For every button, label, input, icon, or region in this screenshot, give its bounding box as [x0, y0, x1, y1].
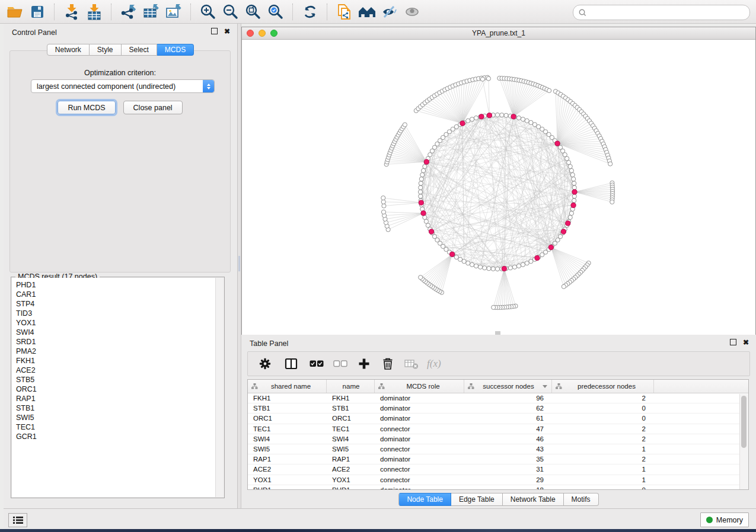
close-table-panel-icon[interactable]: ✖ — [743, 339, 749, 345]
tab-select[interactable]: Select — [122, 44, 157, 56]
tab-network-table[interactable]: Network Table — [503, 493, 564, 506]
cell-name: TEC1 — [327, 424, 375, 434]
tab-network[interactable]: Network — [47, 44, 90, 56]
optimization-criterion-label: Optimization criterion: — [10, 69, 230, 77]
toolbar-separator — [327, 4, 328, 20]
table-row[interactable]: FKH1FKH1dominator962 — [248, 393, 748, 403]
table-scrollbar-thumb[interactable] — [741, 396, 747, 448]
network-canvas[interactable] — [242, 40, 755, 335]
table-row[interactable]: SWI4SWI4dominator462 — [248, 434, 748, 444]
mcds-result-item[interactable]: STB1 — [12, 403, 224, 413]
cell-name: ORC1 — [327, 414, 375, 423]
mcds-result-item[interactable]: CAR1 — [12, 290, 224, 299]
mcds-result-item[interactable]: ORC1 — [12, 384, 224, 394]
cell-shared-name: SWI5 — [248, 444, 327, 454]
table-row[interactable]: SWI5SWI5connector431 — [248, 444, 748, 454]
minimize-window-icon[interactable] — [259, 30, 266, 37]
run-mcds-button[interactable]: Run MCDS — [58, 101, 115, 114]
mcds-result-item[interactable]: PMA2 — [12, 347, 224, 356]
close-panel-icon[interactable]: ✖ — [224, 28, 230, 34]
table-row[interactable]: PHD1PHD1dominator180 — [248, 485, 748, 490]
column-header-shared-name[interactable]: shared name — [248, 380, 327, 393]
mcds-result-item[interactable]: GCR1 — [12, 432, 224, 441]
optimization-criterion-select[interactable]: largest connected component (undirected) — [31, 79, 215, 93]
save-session-icon[interactable] — [26, 2, 49, 22]
new-network-from-selection-icon[interactable] — [333, 2, 356, 22]
mcds-result-item[interactable]: PHD1 — [12, 280, 224, 290]
table-row[interactable]: YOX1YOX1connector291 — [248, 475, 748, 485]
cell-name: FKH1 — [327, 393, 375, 403]
mcds-result-item[interactable]: SWI4 — [12, 328, 224, 337]
mcds-result-item[interactable]: TID3 — [12, 309, 224, 318]
delete-table-icon[interactable] — [404, 355, 419, 373]
table-scrollbar[interactable] — [739, 394, 748, 489]
tab-motifs[interactable]: Motifs — [564, 493, 599, 506]
network-graph[interactable] — [242, 40, 755, 335]
mcds-result-item[interactable]: STP4 — [12, 299, 224, 309]
mcds-list-scrollbar[interactable] — [215, 278, 224, 497]
cell-MCDS-role: dominator — [375, 393, 464, 403]
open-session-icon[interactable] — [4, 2, 26, 22]
table-row[interactable]: STB1STB1dominator620 — [248, 403, 748, 414]
column-header-predecessor-nodes[interactable]: predecessor nodes — [552, 380, 654, 393]
cell-predecessor-nodes: 2 — [552, 424, 654, 434]
splitter-grip[interactable] — [238, 256, 240, 271]
cell-shared-name: TEC1 — [248, 424, 327, 434]
tab-node-table[interactable]: Node Table — [398, 493, 451, 506]
close-panel-button[interactable]: Close panel — [123, 101, 183, 114]
network-window-titlebar[interactable]: YPA_prune.txt_1 — [242, 27, 755, 40]
zoom-in-icon[interactable] — [197, 2, 219, 22]
zoom-selected-icon[interactable] — [264, 2, 287, 22]
table-row[interactable]: ORC1ORC1dominator610 — [248, 414, 748, 424]
table-row[interactable]: RAP1RAP1dominator352 — [248, 454, 748, 464]
tab-mcds[interactable]: MCDS — [157, 44, 194, 56]
mcds-result-item[interactable]: RAP1 — [12, 394, 224, 403]
zoom-out-icon[interactable] — [219, 2, 242, 22]
mcds-result-item[interactable]: SWI5 — [12, 413, 224, 422]
table-row[interactable]: TEC1TEC1connector472 — [248, 424, 748, 434]
control-panel: Control Panel ✖ NetworkStyleSelectMCDS O… — [4, 24, 238, 508]
select-all-icon[interactable] — [310, 355, 324, 373]
refresh-icon[interactable] — [299, 2, 321, 22]
table-panel-tabs: Node TableEdge TableNetwork TableMotifs — [241, 493, 756, 506]
tab-edge-table[interactable]: Edge Table — [451, 493, 503, 506]
cell-predecessor-nodes: 1 — [552, 444, 654, 454]
zoom-fit-icon[interactable] — [242, 2, 264, 22]
mcds-result-item[interactable]: FKH1 — [12, 356, 224, 366]
cell-predecessor-nodes: 1 — [552, 464, 654, 474]
table-row[interactable]: ACE2ACE2connector311 — [248, 464, 748, 475]
tab-style[interactable]: Style — [90, 44, 122, 56]
table-mode-icon[interactable] — [259, 355, 272, 373]
cell-predecessor-nodes: 0 — [552, 414, 654, 423]
search-input[interactable] — [590, 8, 749, 17]
mcds-result-item[interactable]: STB5 — [12, 375, 224, 384]
toolbar-separator — [54, 4, 55, 20]
first-neighbors-icon[interactable] — [356, 2, 378, 22]
node-table-header: shared namenameMCDS rolesuccessor nodesp… — [248, 380, 748, 393]
mcds-result-item[interactable]: SRD1 — [12, 337, 224, 347]
column-header-successor-nodes[interactable]: successor nodes — [464, 380, 552, 393]
import-network-icon[interactable] — [60, 2, 83, 22]
export-network-icon[interactable] — [117, 2, 140, 22]
column-header-name[interactable]: name — [327, 380, 375, 393]
memory-button[interactable]: Memory — [700, 512, 749, 527]
task-history-button[interactable] — [8, 513, 27, 527]
float-table-panel-icon[interactable] — [730, 339, 736, 345]
show-all-icon[interactable] — [401, 2, 423, 22]
column-header-MCDS-role[interactable]: MCDS role — [375, 380, 464, 393]
mcds-result-item[interactable]: YOX1 — [12, 318, 224, 328]
float-panel-icon[interactable] — [211, 28, 218, 34]
maximize-window-icon[interactable] — [270, 30, 277, 37]
close-window-icon[interactable] — [247, 30, 254, 37]
function-builder-icon[interactable]: f(x) — [427, 355, 441, 373]
hide-selected-icon[interactable] — [378, 2, 401, 22]
import-table-icon[interactable] — [83, 2, 106, 22]
delete-column-icon[interactable] — [382, 355, 394, 373]
deselect-all-icon[interactable] — [333, 355, 347, 373]
mcds-result-item[interactable]: ACE2 — [12, 366, 224, 375]
add-column-icon[interactable] — [358, 355, 370, 373]
mcds-result-item[interactable]: TEC1 — [12, 422, 224, 432]
column-pane-icon[interactable] — [285, 355, 298, 373]
export-table-icon[interactable] — [140, 2, 162, 22]
export-image-icon[interactable] — [162, 2, 185, 22]
